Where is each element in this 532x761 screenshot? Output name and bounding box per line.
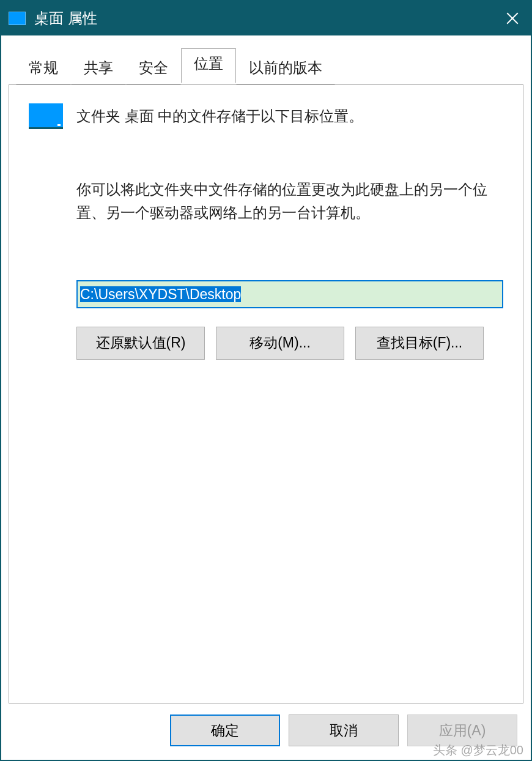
tab-panel-location: 文件夹 桌面 中的文件存储于以下目标位置。 你可以将此文件夹中文件存储的位置更改… bbox=[9, 84, 523, 703]
tab-strip: 常规 共享 安全 位置 以前的版本 bbox=[16, 50, 516, 84]
tab-security[interactable]: 安全 bbox=[126, 51, 181, 84]
restore-defaults-button[interactable]: 还原默认值(R) bbox=[76, 327, 205, 360]
desktop-folder-icon bbox=[29, 103, 63, 129]
close-icon bbox=[506, 12, 519, 24]
tab-previous-versions[interactable]: 以前的版本 bbox=[236, 51, 335, 84]
tab-share[interactable]: 共享 bbox=[71, 51, 126, 84]
find-target-button[interactable]: 查找目标(F)... bbox=[355, 327, 484, 360]
path-input[interactable]: C:\Users\XYDST\Desktop bbox=[76, 280, 503, 308]
properties-dialog: 桌面 属性 常规 共享 安全 位置 以前的版本 文件夹 桌面 中的文件存储于以下… bbox=[0, 0, 532, 761]
cancel-button[interactable]: 取消 bbox=[289, 715, 399, 746]
path-value: C:\Users\XYDST\Desktop bbox=[80, 286, 241, 302]
close-button[interactable] bbox=[494, 1, 531, 35]
apply-button: 应用(A) bbox=[407, 715, 517, 746]
desktop-icon bbox=[9, 12, 26, 25]
location-header-text: 文件夹 桌面 中的文件存储于以下目标位置。 bbox=[76, 106, 363, 126]
window-title: 桌面 属性 bbox=[34, 9, 97, 28]
move-button[interactable]: 移动(M)... bbox=[216, 327, 344, 360]
dialog-button-row: 确定 取消 应用(A) bbox=[9, 703, 523, 752]
titlebar[interactable]: 桌面 属性 bbox=[1, 1, 531, 35]
location-description: 你可以将此文件夹中文件存储的位置更改为此硬盘上的另一个位置、另一个驱动器或网络上… bbox=[76, 178, 503, 225]
tab-location[interactable]: 位置 bbox=[181, 48, 236, 83]
ok-button[interactable]: 确定 bbox=[170, 715, 280, 746]
tab-general[interactable]: 常规 bbox=[16, 51, 71, 84]
